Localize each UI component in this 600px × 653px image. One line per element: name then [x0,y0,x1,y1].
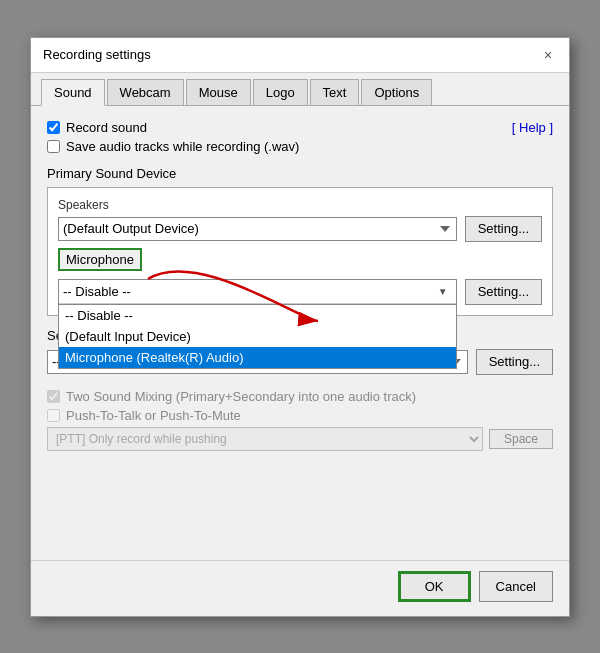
microphone-dropdown-wrapper: -- Disable -- ▼ -- Disable -- (Default I… [58,279,457,305]
ptt-option-row: [PTT] Only record while pushing Space [47,427,553,451]
microphone-row: -- Disable -- ▼ -- Disable -- (Default I… [58,279,542,305]
save-audio-label: Save audio tracks while recording (.wav) [66,139,299,154]
dropdown-arrow-icon: ▼ [438,286,448,297]
two-sound-label: Two Sound Mixing (Primary+Secondary into… [66,389,416,404]
two-sound-checkbox[interactable] [47,390,60,403]
speakers-setting-button[interactable]: Setting... [465,216,542,242]
tab-mouse[interactable]: Mouse [186,79,251,105]
help-link[interactable]: [ Help ] [512,120,553,135]
cancel-button[interactable]: Cancel [479,571,553,602]
record-sound-checkbox[interactable] [47,121,60,134]
save-audio-row: Save audio tracks while recording (.wav) [47,139,299,154]
footer: OK Cancel [31,560,569,616]
mic-option-default[interactable]: (Default Input Device) [59,326,456,347]
speakers-select[interactable]: (Default Output Device) [58,217,457,241]
microphone-dropdown[interactable]: -- Disable -- ▼ [58,279,457,305]
content-area: Record sound Save audio tracks while rec… [31,106,569,560]
push-to-talk-checkbox[interactable] [47,409,60,422]
title-bar: Recording settings × [31,38,569,73]
tab-text[interactable]: Text [310,79,360,105]
microphone-dropdown-list: -- Disable -- (Default Input Device) Mic… [58,305,457,369]
top-row: Record sound Save audio tracks while rec… [47,120,553,154]
dropdown-header[interactable]: -- Disable -- ▼ [59,280,456,304]
record-sound-row: Record sound [47,120,299,135]
speakers-label: Speakers [58,198,542,212]
mic-option-disable[interactable]: -- Disable -- [59,305,456,326]
close-button[interactable]: × [539,46,557,64]
tab-options[interactable]: Options [361,79,432,105]
tab-webcam[interactable]: Webcam [107,79,184,105]
primary-section-label: Primary Sound Device [47,166,553,181]
dropdown-selected-value: -- Disable -- [63,284,438,299]
options-section: Two Sound Mixing (Primary+Secondary into… [47,389,553,451]
checkboxes: Record sound Save audio tracks while rec… [47,120,299,154]
ok-button[interactable]: OK [398,571,471,602]
microphone-section: Microphone -- Disable -- ▼ -- [58,248,542,305]
speakers-row: (Default Output Device) Setting... [58,216,542,242]
microphone-label: Microphone [58,248,142,271]
ptt-mode-select[interactable]: [PTT] Only record while pushing [47,427,483,451]
two-sound-row: Two Sound Mixing (Primary+Secondary into… [47,389,553,404]
primary-section: Speakers (Default Output Device) Setting… [47,187,553,316]
ptt-row: Push-To-Talk or Push-To-Mute [47,408,553,423]
secondary-setting-button[interactable]: Setting... [476,349,553,375]
save-audio-checkbox[interactable] [47,140,60,153]
dialog: Recording settings × Sound Webcam Mouse … [30,37,570,617]
tab-bar: Sound Webcam Mouse Logo Text Options [31,73,569,106]
ptt-key-value: Space [489,429,553,449]
dialog-title: Recording settings [43,47,151,62]
push-to-talk-label: Push-To-Talk or Push-To-Mute [66,408,241,423]
tab-logo[interactable]: Logo [253,79,308,105]
microphone-setting-button[interactable]: Setting... [465,279,542,305]
tab-sound[interactable]: Sound [41,79,105,106]
record-sound-label: Record sound [66,120,147,135]
mic-option-realtek[interactable]: Microphone (Realtek(R) Audio) [59,347,456,368]
